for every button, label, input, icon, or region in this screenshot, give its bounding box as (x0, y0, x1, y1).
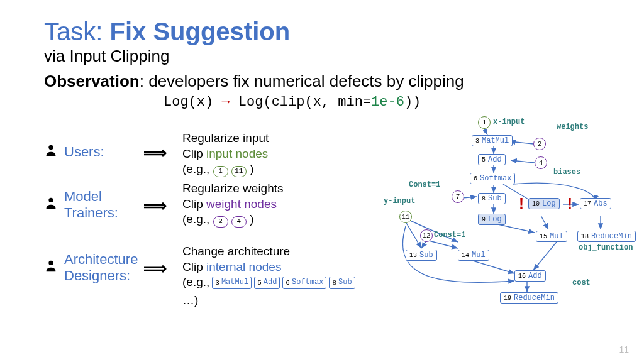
desc-trainers: Regularize weights Clip weight nodes (e.… (182, 181, 284, 228)
desc-trainers-eg: (e.g., (182, 212, 213, 226)
svg-point-1 (48, 198, 53, 202)
graph-node-circle: 1 (478, 116, 491, 129)
svg-line-6 (511, 160, 535, 163)
graph-diagram: 1 x-input weights 3MatMul 2 5Add 4 biase… (377, 116, 635, 324)
svg-line-19 (429, 241, 458, 248)
role-trainers: Model Trainers: (44, 189, 118, 221)
svg-line-13 (541, 216, 548, 229)
slide-subtitle: via Input Clipping (44, 47, 169, 66)
graph-node-circle: 12 (420, 229, 433, 242)
role-trainers-label: Model Trainers: (64, 189, 118, 221)
graph-node: 13Sub (406, 250, 437, 261)
label-biases: biases (553, 168, 580, 177)
implies-users: ⟹ (143, 143, 167, 163)
desc-designers-end: …) (182, 293, 198, 309)
user-icon (44, 143, 58, 161)
graph-node: 14Mul (458, 250, 489, 261)
graph-node-circle: 2 (533, 138, 546, 150)
exclaim-icon: ! (519, 195, 524, 212)
role-users: Users: (44, 143, 104, 161)
graph-node: 5Add (478, 154, 506, 165)
desc-designers-l2a: Clip (182, 260, 206, 273)
desc-trainers-l1: Regularize weights (182, 181, 284, 197)
code-lhs: Log(x) (164, 94, 213, 110)
svg-line-20 (473, 261, 514, 273)
desc-designers-l2b: internal nodes (206, 260, 281, 273)
graph-node: 19ReduceMin (500, 292, 558, 304)
graph-node: 6Softmax (470, 173, 515, 184)
graph-node-circle: 11 (399, 211, 412, 223)
observation-text: : developers fix numerical defects by cl… (140, 72, 464, 90)
graph-node-circle: 4 (535, 156, 547, 169)
label-const1a: Const=1 (409, 180, 440, 189)
desc-designers-eg: (e.g., (182, 275, 209, 290)
graph-node: 9Log (478, 214, 506, 225)
page-number: 11 (619, 344, 629, 354)
title-bold: Fix Suggestion (109, 18, 290, 45)
desc-users-end: ) (250, 162, 253, 175)
code-example: Log(x) → Log(clip(x, min=1e-6)) (164, 94, 421, 110)
graph-node: 18ReduceMin (577, 231, 636, 242)
user-icon (44, 196, 58, 214)
implies-trainers: ⟹ (143, 196, 167, 216)
label-x-input: x-input (493, 118, 525, 126)
code-arrow: → (221, 94, 230, 110)
label-cost: cost (572, 278, 591, 287)
svg-line-16 (406, 222, 421, 248)
label-obj: obj_function (579, 243, 633, 252)
svg-line-15 (498, 224, 535, 233)
nodebox: 6Softmax (282, 277, 326, 289)
exclaim-icon: ! (567, 195, 572, 212)
svg-line-3 (484, 128, 487, 135)
role-designers-label: Architecture Designers: (64, 251, 138, 284)
chip-node: 2 (213, 216, 228, 228)
desc-users-l1: Regularize input (182, 131, 269, 146)
nodebox: 8Sub (329, 277, 355, 289)
code-rhs-num: 1e-6 (371, 94, 404, 110)
graph-node-circle: 7 (452, 190, 464, 203)
svg-line-4 (509, 141, 533, 144)
svg-point-0 (48, 145, 53, 150)
desc-users: Regularize input Clip input nodes (e.g.,… (182, 131, 269, 177)
desc-trainers-l2a: Clip (182, 197, 206, 211)
observation-line: Observation: developers fix numerical de… (44, 72, 464, 91)
implies-designers: ⟹ (143, 259, 167, 278)
graph-node: 3MatMul (472, 135, 513, 146)
role-users-label: Users: (64, 144, 104, 160)
slide-title: Task: Fix Suggestion (44, 18, 290, 46)
desc-users-l2b: input nodes (206, 147, 268, 160)
desc-trainers-end: ) (250, 212, 253, 226)
label-const1b: Const=1 (434, 231, 465, 239)
chip-node: 11 (231, 166, 247, 177)
desc-designers-l1: Change architecture (182, 244, 371, 260)
chip-node: 4 (231, 216, 247, 228)
chip-node: 1 (213, 166, 228, 177)
graph-node: 15Mul (536, 231, 567, 242)
desc-users-l2a: Clip (182, 147, 206, 160)
observation-label: Observation (44, 72, 140, 90)
nodebox: 3MatMul (212, 277, 252, 289)
svg-line-9 (462, 197, 477, 198)
user-icon (44, 259, 58, 277)
graph-node: 16Add (514, 270, 546, 282)
desc-users-eg: (e.g., (182, 162, 213, 175)
slide: Task: Fix Suggestion via Input Clipping … (0, 0, 644, 362)
svg-point-2 (48, 261, 53, 265)
code-rhs-pre: Log(clip(x, min= (238, 94, 371, 110)
graph-node: 10Log (528, 198, 560, 209)
desc-trainers-l2b: weight nodes (206, 197, 277, 211)
label-weights: weights (557, 123, 588, 131)
role-designers: Architecture Designers: (44, 251, 138, 284)
svg-line-21 (533, 242, 557, 270)
code-rhs-post: )) (404, 94, 421, 110)
graph-node: 8Sub (478, 193, 506, 204)
label-y-input: y-input (384, 197, 415, 206)
title-prefix: Task: (44, 18, 103, 45)
desc-designers: Change architecture Clip internal nodes … (182, 244, 371, 309)
nodebox: 5Add (254, 277, 280, 289)
graph-node: 17Abs (580, 198, 611, 209)
